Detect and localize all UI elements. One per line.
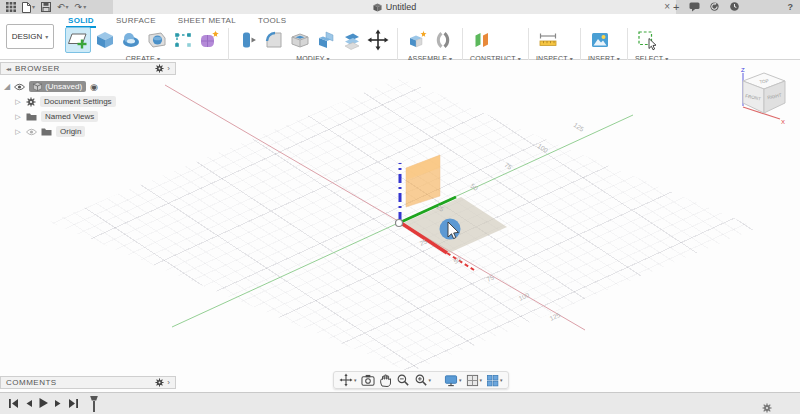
document-cube-icon: [373, 3, 382, 12]
caret-down-icon: ▾: [354, 377, 357, 383]
timeline-settings-gear-icon[interactable]: [762, 399, 772, 414]
document-tab[interactable]: Untitled ×: [113, 0, 676, 14]
file-menu-button[interactable]: ▾: [22, 2, 35, 13]
viewcube-z-label: Z: [741, 67, 745, 73]
display-settings-button[interactable]: ▾: [444, 374, 462, 387]
view-cube[interactable]: Z X TOP FRONT RIGHT: [734, 66, 792, 126]
measure-button[interactable]: [536, 28, 560, 52]
browser-row-origin[interactable]: ▷ Origin: [4, 124, 176, 139]
chevron-right-icon[interactable]: ›: [167, 378, 170, 387]
comments-header[interactable]: COMMENTS ›: [0, 376, 176, 389]
timeline-skip-end-button[interactable]: [68, 395, 79, 413]
x-tick-label: 125: [548, 311, 561, 322]
toolbar-group-assemble: ASSEMBLE▾: [398, 27, 462, 62]
browser-title: BROWSER: [15, 64, 150, 73]
collapse-panel-icon[interactable]: ◂◂: [6, 65, 10, 72]
browser-row-named-views[interactable]: ▷ Named Views: [4, 109, 176, 124]
shell-button[interactable]: [288, 28, 312, 52]
revolve-button[interactable]: [119, 28, 143, 52]
document-title: Untitled: [386, 2, 417, 12]
move-button[interactable]: [366, 28, 390, 52]
visibility-eye-icon[interactable]: [26, 128, 37, 136]
titlebar: ▾ ↶▾ ↷▾ Untitled × + ?: [0, 0, 800, 14]
x-tick-label: 75: [485, 273, 495, 283]
redo-button[interactable]: ↷▾: [75, 3, 87, 12]
visibility-eye-icon[interactable]: [14, 83, 25, 91]
fit-button[interactable]: ▾: [414, 373, 432, 387]
close-tab-icon[interactable]: ×: [664, 0, 670, 14]
undo-button[interactable]: ↶▾: [57, 3, 69, 12]
y-tick-label: 125: [572, 121, 585, 133]
box-button[interactable]: [93, 28, 117, 52]
caret-down-icon: ▾: [45, 33, 48, 40]
chevron-right-icon[interactable]: ›: [167, 64, 170, 73]
new-component-button[interactable]: [405, 28, 429, 52]
origin-point[interactable]: [396, 220, 403, 227]
press-pull-button[interactable]: [236, 28, 260, 52]
expand-triangle-icon[interactable]: ▷: [14, 98, 22, 106]
sketch-path-button[interactable]: [171, 28, 195, 52]
caret-down-icon: ▾: [480, 377, 483, 383]
timeline-play-button[interactable]: [38, 395, 49, 413]
offset-face-button[interactable]: [340, 28, 364, 52]
gear-icon[interactable]: [155, 378, 164, 387]
expand-triangle-icon[interactable]: ▷: [14, 113, 22, 121]
caret-down-icon: ▾: [66, 4, 69, 10]
folder-icon: [26, 112, 37, 121]
y-tick-label: 50: [469, 182, 479, 192]
tree-item-label: Document Settings: [40, 96, 116, 107]
timeline-marker[interactable]: [90, 396, 98, 412]
caret-down-icon: ▾: [83, 4, 86, 10]
browser-row-document-settings[interactable]: ▷ Document Settings: [4, 94, 176, 109]
tree-item-label: Named Views: [41, 111, 98, 122]
component-cube-icon: [33, 82, 42, 91]
timeline-step-back-button[interactable]: [24, 395, 33, 413]
look-at-button[interactable]: [361, 374, 375, 387]
joint-button[interactable]: [431, 28, 455, 52]
insert-canvas-button[interactable]: [588, 28, 612, 52]
comments-panel: COMMENTS ›: [0, 376, 176, 389]
root-component-chip[interactable]: (Unsaved): [29, 81, 86, 92]
y-tick-label: 75: [503, 161, 513, 171]
expand-triangle-icon[interactable]: ▷: [14, 128, 22, 136]
browser-header[interactable]: ◂◂ BROWSER ›: [0, 62, 176, 75]
activate-component-icon[interactable]: ◉: [90, 82, 98, 92]
root-component-label: (Unsaved): [45, 82, 82, 91]
fillet-button[interactable]: [262, 28, 286, 52]
caret-down-icon: ▾: [459, 377, 462, 383]
construct-plane-button[interactable]: [470, 28, 494, 52]
toolbar-group-select: SELECT▾: [628, 27, 676, 62]
browser-panel: ◂◂ BROWSER › ◢ (Unsaved) ◉ ▷ Docum: [0, 62, 176, 139]
create-form-button[interactable]: [197, 28, 221, 52]
create-sketch-button[interactable]: [65, 27, 91, 53]
viewports-button[interactable]: ▾: [486, 374, 503, 387]
timeline-step-forward-button[interactable]: [54, 395, 63, 413]
new-tab-button[interactable]: +: [673, 2, 679, 13]
select-button[interactable]: [635, 28, 659, 52]
pan-orbit-button[interactable]: ▾: [339, 373, 357, 387]
viewcube-x-label: X: [781, 119, 785, 125]
cylinder-button[interactable]: [145, 28, 169, 52]
design-workspace-selector[interactable]: DESIGN ▾: [6, 24, 54, 49]
combine-button[interactable]: [314, 28, 338, 52]
help-button[interactable]: ?: [788, 2, 794, 12]
comments-title: COMMENTS: [6, 378, 150, 387]
zoom-button[interactable]: [396, 373, 410, 387]
browser-root-row[interactable]: ◢ (Unsaved) ◉: [4, 79, 176, 94]
model-viewport[interactable]: 25 50 75 100 125 25 50 75 100 125 Z X TO…: [0, 60, 800, 392]
app-grid-icon[interactable]: [6, 2, 16, 12]
ribbon-toolbar: DESIGN ▾ SOLID SURFACE SHEET METAL TOOLS: [0, 14, 800, 60]
gear-icon[interactable]: [155, 64, 164, 73]
x-tick-label: 100: [517, 291, 530, 302]
caret-down-icon: ▾: [32, 4, 35, 10]
tree-item-label: Origin: [56, 126, 85, 137]
timeline-skip-start-button[interactable]: [8, 395, 19, 413]
filter-icon[interactable]: ◢: [4, 82, 10, 91]
toolbar-group-insert: INSERT▾: [581, 27, 627, 62]
grid-snaps-button[interactable]: ▾: [466, 374, 483, 387]
timeline-bar: [0, 392, 800, 414]
caret-down-icon: ▾: [429, 377, 432, 383]
save-button[interactable]: [41, 2, 51, 12]
pan-hand-button[interactable]: [379, 373, 392, 387]
caret-down-icon: ▾: [500, 377, 503, 383]
